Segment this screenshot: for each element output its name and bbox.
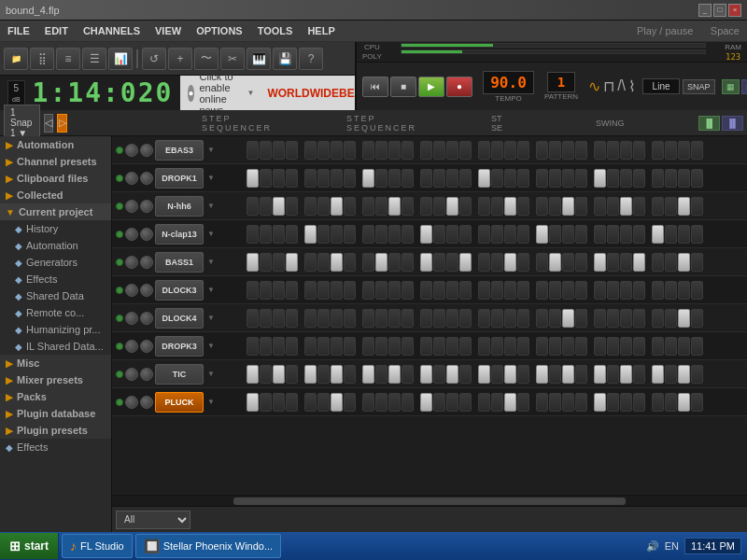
btn-rewind[interactable]: ⏮	[362, 77, 388, 97]
step-1-5[interactable]	[317, 169, 330, 188]
step-7-25[interactable]	[607, 337, 619, 356]
step-9-28[interactable]	[652, 393, 664, 412]
step-2-17[interactable]	[491, 197, 503, 216]
row-name-2[interactable]: N-hh6	[155, 196, 204, 217]
tempo-display[interactable]: 90.0	[483, 71, 534, 94]
step-0-20[interactable]	[536, 141, 548, 160]
row-knob1-5[interactable]	[125, 284, 138, 297]
row-knob1-1[interactable]	[125, 172, 138, 185]
step-6-24[interactable]	[594, 309, 606, 328]
step-6-17[interactable]	[491, 309, 503, 328]
step-3-9[interactable]	[375, 225, 388, 244]
step-4-19[interactable]	[517, 253, 529, 272]
row-knob1-2[interactable]	[125, 200, 138, 213]
step-5-3[interactable]	[286, 281, 298, 300]
menu-help[interactable]: HELP	[300, 23, 342, 38]
snap-btn-right[interactable]: ▷	[57, 114, 67, 133]
step-4-17[interactable]	[491, 253, 503, 272]
toolbar-add[interactable]: +	[168, 48, 192, 70]
step-6-1[interactable]	[260, 309, 272, 328]
start-button[interactable]: ⊞ start	[0, 533, 59, 559]
step-0-7[interactable]	[344, 141, 356, 160]
step-2-12[interactable]	[420, 197, 432, 216]
minimize-button[interactable]: _	[698, 4, 712, 17]
step-5-8[interactable]	[362, 281, 374, 300]
step-2-5[interactable]	[317, 197, 330, 216]
step-6-12[interactable]	[420, 309, 432, 328]
step-4-22[interactable]	[562, 253, 574, 272]
step-0-31[interactable]	[691, 141, 703, 160]
step-6-9[interactable]	[375, 309, 388, 328]
wave-btn1[interactable]: ∿	[588, 77, 600, 95]
step-1-18[interactable]	[504, 169, 516, 188]
step-7-19[interactable]	[517, 337, 529, 356]
step-8-29[interactable]	[665, 365, 677, 384]
step-5-4[interactable]	[304, 281, 317, 300]
step-4-27[interactable]	[633, 253, 645, 272]
toolbar-wave[interactable]: 〜	[194, 48, 218, 70]
menu-edit[interactable]: EDIT	[37, 23, 76, 38]
step-6-28[interactable]	[652, 309, 664, 328]
step-6-21[interactable]	[549, 309, 561, 328]
step-7-30[interactable]	[678, 337, 690, 356]
step-4-11[interactable]	[402, 253, 414, 272]
step-9-30[interactable]	[678, 393, 690, 412]
step-4-2[interactable]	[273, 253, 285, 272]
step-4-29[interactable]	[665, 253, 677, 272]
step-8-7[interactable]	[344, 365, 356, 384]
step-5-1[interactable]	[260, 281, 272, 300]
step-3-31[interactable]	[691, 225, 703, 244]
step-5-6[interactable]	[331, 281, 343, 300]
step-9-31[interactable]	[691, 393, 703, 412]
row-led-3[interactable]	[116, 231, 123, 238]
step-2-8[interactable]	[362, 197, 374, 216]
step-4-8[interactable]	[362, 253, 374, 272]
step-5-24[interactable]	[594, 281, 606, 300]
step-6-14[interactable]	[446, 309, 458, 328]
close-button[interactable]: ×	[728, 4, 741, 17]
step-2-0[interactable]	[247, 197, 259, 216]
step-0-24[interactable]	[594, 141, 606, 160]
step-3-27[interactable]	[633, 225, 645, 244]
step-4-26[interactable]	[620, 253, 632, 272]
menu-channels[interactable]: CHANNELS	[76, 23, 148, 38]
step-9-21[interactable]	[549, 393, 561, 412]
row-knob1-4[interactable]	[125, 256, 138, 269]
step-2-1[interactable]	[260, 197, 272, 216]
step-6-8[interactable]	[362, 309, 374, 328]
step-9-2[interactable]	[273, 393, 285, 412]
step-9-6[interactable]	[331, 393, 343, 412]
step-8-27[interactable]	[633, 365, 645, 384]
step-9-4[interactable]	[304, 393, 317, 412]
sidebar-item-effects-bottom[interactable]: ◆ Effects	[0, 439, 111, 455]
row-name-5[interactable]: DLOCK3	[155, 280, 204, 301]
step-9-23[interactable]	[575, 393, 587, 412]
row-led-7[interactable]	[116, 343, 123, 350]
step-8-26[interactable]	[620, 365, 632, 384]
step-1-4[interactable]	[304, 169, 317, 188]
step-9-10[interactable]	[388, 393, 401, 412]
step-2-31[interactable]	[691, 197, 703, 216]
step-5-11[interactable]	[402, 281, 414, 300]
step-7-15[interactable]	[459, 337, 472, 356]
step-4-31[interactable]	[691, 253, 703, 272]
step-5-29[interactable]	[665, 281, 677, 300]
step-5-22[interactable]	[562, 281, 574, 300]
taskbar-fl-studio[interactable]: ♪ FL Studio	[62, 534, 133, 558]
swing-bar2[interactable]: ▐▌	[722, 116, 743, 131]
row-led-4[interactable]	[116, 259, 123, 266]
step-7-0[interactable]	[247, 337, 259, 356]
sidebar-item-shared-data[interactable]: ◆ Shared Data	[0, 287, 111, 304]
step-1-6[interactable]	[331, 169, 343, 188]
step-8-23[interactable]	[575, 365, 587, 384]
step-3-19[interactable]	[517, 225, 529, 244]
step-8-2[interactable]	[273, 365, 285, 384]
grid-btn2[interactable]: ▦	[741, 79, 747, 94]
row-led-1[interactable]	[116, 175, 123, 182]
row-led-8[interactable]	[116, 371, 123, 378]
step-6-22[interactable]	[562, 309, 574, 328]
step-8-11[interactable]	[402, 365, 414, 384]
step-7-2[interactable]	[273, 337, 285, 356]
step-4-4[interactable]	[304, 253, 317, 272]
sidebar-item-plugin-db[interactable]: ▶ Plugin database	[0, 405, 111, 422]
